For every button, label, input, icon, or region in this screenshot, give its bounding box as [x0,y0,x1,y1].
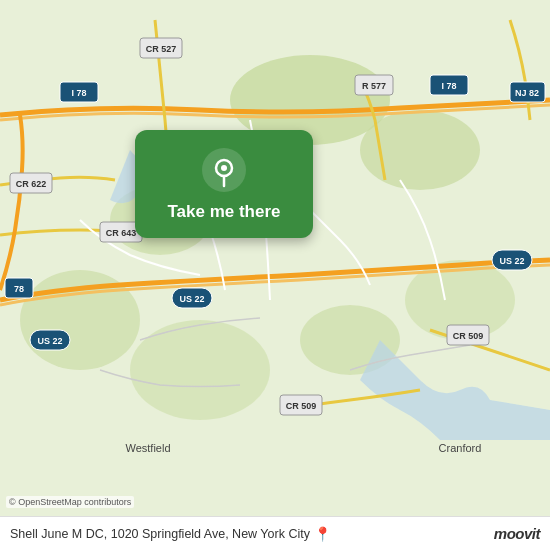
take-me-there-card[interactable]: Take me there [135,130,313,238]
svg-point-38 [221,165,227,171]
svg-text:US 22: US 22 [499,256,524,266]
svg-text:CR 509: CR 509 [286,401,317,411]
svg-text:NJ 82: NJ 82 [515,88,539,98]
take-me-there-label: Take me there [167,202,280,222]
osm-attribution: © OpenStreetMap contributors [6,496,134,508]
svg-point-5 [130,320,270,420]
svg-text:R 577: R 577 [362,81,386,91]
svg-text:CR 509: CR 509 [453,331,484,341]
location-text: Shell June M DC, 1020 Springfield Ave, N… [10,527,310,541]
map-container: I 78 I 78 NJ 82 CR 527 CR 622 R 577 CR 6… [0,0,550,550]
svg-text:Westfield: Westfield [125,442,170,454]
location-info: Shell June M DC, 1020 Springfield Ave, N… [10,526,494,542]
svg-text:CR 527: CR 527 [146,44,177,54]
svg-text:US 22: US 22 [37,336,62,346]
svg-text:CR 622: CR 622 [16,179,47,189]
moovit-logo: moovit [494,525,540,542]
svg-text:I 78: I 78 [71,88,86,98]
svg-text:US 22: US 22 [179,294,204,304]
bottom-bar: Shell June M DC, 1020 Springfield Ave, N… [0,516,550,550]
svg-point-2 [360,110,480,190]
svg-text:Cranford: Cranford [439,442,482,454]
location-pin-emoji: 📍 [314,526,331,542]
map-svg: I 78 I 78 NJ 82 CR 527 CR 622 R 577 CR 6… [0,0,550,550]
moovit-text: moovit [494,525,540,542]
svg-text:CR 643: CR 643 [106,228,137,238]
svg-text:I 78: I 78 [441,81,456,91]
svg-text:78: 78 [14,284,24,294]
location-pin-icon [202,148,246,192]
